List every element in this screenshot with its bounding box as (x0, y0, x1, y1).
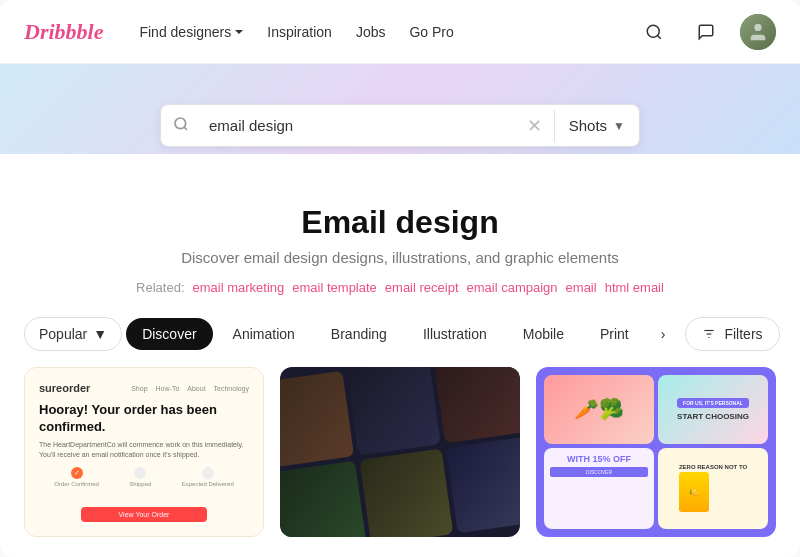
message-icon (697, 23, 715, 41)
zero-reason-label: ZERO REASON NOT TO (679, 464, 747, 470)
related-tag-email-campaign[interactable]: email campaign (467, 280, 558, 295)
avatar-image (740, 14, 776, 50)
card-1-steps: ✓ Order Confirmed Shipped Expected Deliv… (39, 467, 249, 487)
related-label: Related: (136, 280, 184, 295)
filter-tab-branding[interactable]: Branding (315, 318, 403, 350)
nav-icons (636, 14, 776, 50)
card-1-nav: Shop How-To About Technology (131, 385, 249, 392)
card-2-grid (280, 367, 520, 537)
user-icon (747, 21, 769, 43)
svg-point-2 (175, 118, 186, 129)
card-3-item-header: FOR US, IT'S PERSONAL START CHOOSING (658, 375, 768, 444)
phone-mockup-6 (446, 436, 520, 533)
nav-links: Find designers Inspiration Jobs Go Pro (139, 24, 608, 40)
phone-mockup-3 (433, 367, 520, 443)
content-area: Email design Discover email design desig… (0, 154, 800, 295)
card-1-subtitle: The HeartDepartmentCo will commence work… (39, 440, 249, 460)
search-category-selector[interactable]: Shots ▼ (555, 117, 639, 134)
search-bar-wrapper: ✕ Shots ▼ (160, 104, 640, 147)
phone-mockup-5 (359, 449, 453, 537)
card-3-item-produce: 🥕🥦 (544, 375, 654, 444)
related-tag-email[interactable]: email (566, 280, 597, 295)
filter-tab-mobile[interactable]: Mobile (507, 318, 580, 350)
card-3-grid: 🥕🥦 FOR US, IT'S PERSONAL START CHOOSING … (536, 367, 776, 537)
search-icon-wrap (161, 116, 201, 136)
step-confirmed: ✓ Order Confirmed (54, 467, 99, 487)
step-circle-3 (202, 467, 214, 479)
navbar: Dribbble Find designers Inspiration Jobs… (0, 0, 800, 64)
phone-mockup-4 (280, 461, 367, 537)
category-chevron-icon: ▼ (613, 119, 625, 133)
card-email-confirmation[interactable]: sureorder Shop How-To About Technology H… (24, 367, 264, 537)
card-colorful-promo[interactable]: 🥕🥦 FOR US, IT'S PERSONAL START CHOOSING … (536, 367, 776, 537)
logo[interactable]: Dribbble (24, 19, 103, 45)
filters-button[interactable]: Filters (685, 317, 779, 351)
search-bar-icon (173, 116, 189, 132)
promo-badge: FOR US, IT'S PERSONAL (677, 398, 749, 408)
filters-label: Filters (724, 326, 762, 342)
card-3-item-discount: WITH 15% OFF DISCOVER (544, 448, 654, 530)
card-1-title: Hooray! Your order has been confirmed. (39, 402, 249, 436)
filter-icon (702, 327, 716, 341)
search-clear-button[interactable]: ✕ (515, 117, 554, 135)
messages-button[interactable] (688, 14, 724, 50)
filter-more-button[interactable]: › (649, 318, 678, 350)
nav-go-pro[interactable]: Go Pro (409, 24, 453, 40)
svg-point-0 (647, 25, 659, 37)
related-tag-email-template[interactable]: email template (292, 280, 377, 295)
step-circle-2 (134, 467, 146, 479)
page-title: Email design (24, 204, 776, 241)
filter-tab-print[interactable]: Print (584, 318, 645, 350)
search-category-label: Shots (569, 117, 607, 134)
nav-inspiration[interactable]: Inspiration (267, 24, 332, 40)
discount-text: WITH 15% OFF (550, 454, 648, 464)
step-delivered: Expected Delivered (182, 467, 234, 487)
card-phone-mockups[interactable] (280, 367, 520, 537)
related-tag-email-receipt[interactable]: email receipt (385, 280, 459, 295)
sort-label: Popular (39, 326, 87, 342)
sort-chevron-icon: ▼ (93, 326, 107, 342)
more-icon: › (661, 326, 666, 342)
related-tags: Related: email marketing email template … (24, 280, 776, 295)
nav-jobs[interactable]: Jobs (356, 24, 386, 40)
phone-mockup-1 (280, 371, 354, 468)
sort-dropdown[interactable]: Popular ▼ (24, 317, 122, 351)
search-bar: ✕ Shots ▼ (160, 104, 640, 147)
chevron-down-icon (235, 30, 243, 34)
svg-line-3 (184, 127, 187, 130)
step-circle-1: ✓ (71, 467, 83, 479)
card-3-item-product: ZERO REASON NOT TO 🍋 (658, 448, 768, 530)
card-1-logo: sureorder (39, 382, 90, 394)
discover-btn: DISCOVER (550, 467, 648, 477)
filter-tab-discover[interactable]: Discover (126, 318, 212, 350)
filter-bar: Popular ▼ Discover Animation Branding Il… (0, 317, 800, 351)
card-1-cta[interactable]: View Your Order (81, 507, 207, 522)
related-tag-email-marketing[interactable]: email marketing (193, 280, 285, 295)
page-subtitle: Discover email design designs, illustrat… (24, 249, 776, 266)
search-button[interactable] (636, 14, 672, 50)
svg-line-1 (657, 35, 660, 38)
step-shipped: Shipped (129, 467, 151, 487)
search-input[interactable] (201, 105, 515, 146)
phone-mockup-2 (347, 367, 441, 455)
search-icon (645, 23, 663, 41)
product-image: 🍋 (679, 472, 709, 512)
promo-tagline: START CHOOSING (677, 412, 749, 421)
filter-tab-illustration[interactable]: Illustration (407, 318, 503, 350)
card-grid: sureorder Shop How-To About Technology H… (0, 367, 800, 537)
card-1-header: sureorder Shop How-To About Technology (39, 382, 249, 394)
avatar[interactable] (740, 14, 776, 50)
related-tag-html-email[interactable]: html email (605, 280, 664, 295)
filter-tab-animation[interactable]: Animation (217, 318, 311, 350)
nav-find-designers[interactable]: Find designers (139, 24, 243, 40)
